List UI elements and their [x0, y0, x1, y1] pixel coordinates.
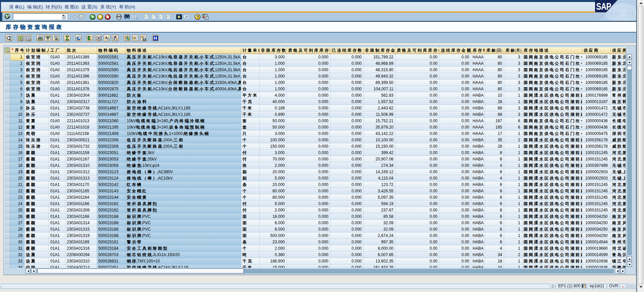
svg-text:B: B — [107, 37, 109, 41]
svg-text:SAP: SAP — [596, 1, 611, 12]
svg-text:?: ? — [196, 15, 199, 19]
